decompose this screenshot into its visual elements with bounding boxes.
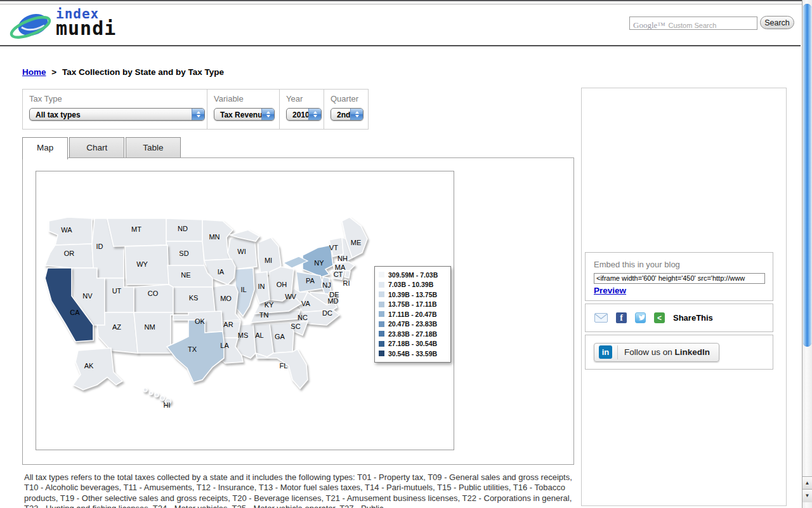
legend-row: 10.39B - 13.75B <box>379 290 447 300</box>
legend-row: 30.54B - 33.59B <box>379 349 447 359</box>
select-year-value: 2010 <box>292 110 310 119</box>
select-quarter[interactable]: 2nd <box>331 108 363 121</box>
state-HI[interactable] <box>160 396 165 401</box>
map-legend: 309.59M - 7.03B7.03B - 10.39B10.39B - 13… <box>374 266 451 363</box>
linkedin-box: in Follow us on LinkedIn <box>585 335 773 370</box>
state-OH[interactable] <box>270 267 294 301</box>
state-WA[interactable] <box>49 217 92 245</box>
state-AL[interactable] <box>253 324 273 357</box>
select-variable[interactable]: Tax Revenue <box>214 108 275 121</box>
state-CT[interactable] <box>332 271 344 279</box>
state-MA[interactable] <box>333 262 355 271</box>
filter-panel: Tax TypeAll tax typesVariableTax Revenue… <box>22 89 369 130</box>
search-button[interactable]: Search <box>760 16 794 29</box>
legend-row: 23.83B - 27.18B <box>379 329 447 339</box>
select-variable-value: Tax Revenue <box>220 110 266 119</box>
legend-row: 7.03B - 10.39B <box>379 280 447 290</box>
linkedin-follow-text: Follow us on <box>624 347 672 357</box>
state-OR[interactable] <box>45 244 93 268</box>
embed-code-input[interactable] <box>594 273 765 284</box>
legend-color-chip <box>379 291 384 297</box>
legend-range-label: 7.03B - 10.39B <box>388 281 433 288</box>
legend-color-chip <box>379 321 384 327</box>
filter-label-quarter: Quarter <box>331 94 366 104</box>
legend-row: 309.59M - 7.03B <box>379 270 447 280</box>
state-KS[interactable] <box>173 287 215 312</box>
breadcrumb-separator: > <box>51 67 56 77</box>
linkedin-brand: LinkedIn <box>675 347 710 357</box>
embed-title: Embed this in your blog <box>594 260 773 269</box>
filter-col-tax-type: Tax TypeAll tax types <box>23 90 207 129</box>
logo-text-mundi: mundi <box>56 19 116 38</box>
select-stepper-icon <box>308 109 321 120</box>
legend-row: 13.75B - 17.11B <box>379 300 447 310</box>
email-share-icon[interactable] <box>594 313 608 323</box>
map-container: WAORIDMTNDSDMNWIMINYVTNHMACTRIMEPANJDEMD… <box>36 171 454 450</box>
tab-table[interactable]: Table <box>126 137 180 158</box>
state-ND[interactable] <box>166 218 202 241</box>
search-input[interactable] <box>630 17 759 30</box>
legend-row: 17.11B - 20.47B <box>379 309 447 319</box>
window-top-edge <box>0 0 812 1</box>
state-NE[interactable] <box>167 265 213 287</box>
select-stepper-icon <box>350 109 363 120</box>
state-FL[interactable] <box>256 349 308 389</box>
state-WY[interactable] <box>125 245 169 284</box>
legend-row: 20.47B - 23.83B <box>379 319 447 330</box>
state-HI[interactable] <box>166 399 171 404</box>
header-divider <box>0 45 801 46</box>
select-tax-type[interactable]: All tax types <box>29 108 205 121</box>
legend-range-label: 17.11B - 20.47B <box>388 311 436 318</box>
search-field-wrap: Google™ Custom Search <box>629 17 757 30</box>
breadcrumb: Home > Tax Collection by State and by Ta… <box>22 67 224 77</box>
legend-range-label: 30.54B - 33.59B <box>388 350 437 358</box>
legend-color-chip <box>379 311 384 317</box>
state-CO[interactable] <box>134 284 173 312</box>
facebook-share-icon[interactable]: f <box>616 312 627 323</box>
breadcrumb-home-link[interactable]: Home <box>22 67 46 77</box>
legend-range-label: 10.39B - 13.75B <box>388 291 437 298</box>
state-SD[interactable] <box>166 241 204 265</box>
legend-color-chip <box>379 302 384 307</box>
preview-link[interactable]: Preview <box>594 286 626 295</box>
scroll-up-button[interactable]: ▲ <box>802 476 812 490</box>
share-box: f < ShareThis <box>585 304 773 332</box>
state-MS[interactable] <box>238 324 256 358</box>
tab-bar: MapChartTable <box>22 137 182 159</box>
select-stepper-icon <box>261 109 274 120</box>
filter-col-variable: VariableTax Revenue <box>207 90 279 129</box>
legend-color-chip <box>379 282 384 288</box>
filter-col-quarter: Quarter2nd <box>324 90 366 129</box>
legend-range-label: 20.47B - 23.83B <box>388 320 437 328</box>
tab-chart[interactable]: Chart <box>69 137 124 158</box>
state-HI[interactable] <box>143 388 147 392</box>
globe-icon <box>9 8 55 44</box>
sharethis-label[interactable]: ShareThis <box>673 313 713 323</box>
sharethis-icon[interactable]: < <box>654 312 665 323</box>
state-MT[interactable] <box>107 218 166 246</box>
window-top-edge-inner <box>0 4 812 4</box>
state-AK[interactable] <box>73 348 122 390</box>
filter-label-variable: Variable <box>214 94 279 104</box>
filter-label-year: Year <box>286 94 324 104</box>
legend-color-chip <box>379 351 384 356</box>
twitter-share-icon[interactable] <box>635 312 646 323</box>
legend-range-label: 27.18B - 30.54B <box>388 340 437 347</box>
tab-map[interactable]: Map <box>22 137 68 159</box>
legend-range-label: 13.75B - 17.11B <box>388 300 436 308</box>
site-logo[interactable]: index mundi <box>9 7 155 44</box>
state-IN[interactable] <box>254 272 270 304</box>
state-HI[interactable] <box>150 392 153 395</box>
select-year[interactable]: 2010 <box>286 108 322 121</box>
state-RI[interactable] <box>344 271 350 278</box>
linkedin-follow-button[interactable]: in Follow us on LinkedIn <box>594 343 719 362</box>
scrollbar-thumb[interactable] <box>803 4 811 347</box>
select-quarter-value: 2nd <box>337 110 350 119</box>
linkedin-icon: in <box>599 345 612 359</box>
legend-range-label: 23.83B - 27.18B <box>388 330 437 338</box>
description-text: All tax types refers to the total taxes … <box>24 472 573 508</box>
legend-range-label: 309.59M - 7.03B <box>388 271 438 279</box>
scrollbar[interactable]: ▲ ▼ <box>802 0 812 508</box>
state-HI[interactable] <box>155 393 159 397</box>
scroll-down-button[interactable]: ▼ <box>802 489 812 502</box>
